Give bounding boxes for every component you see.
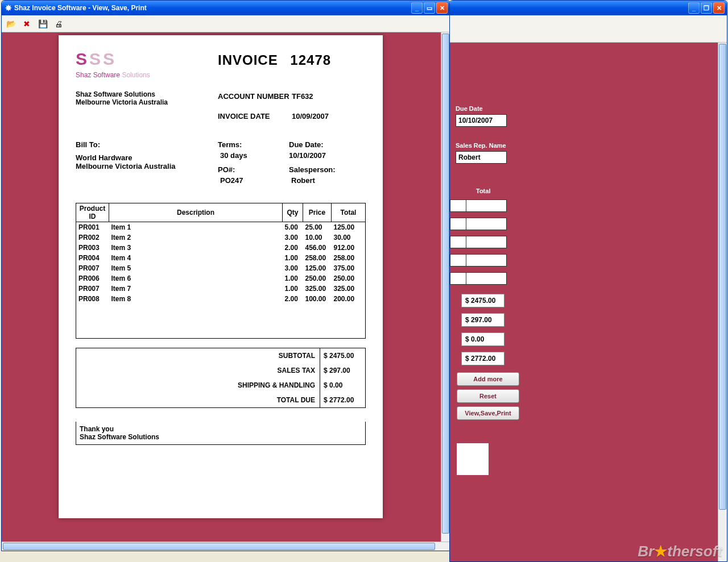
due-date-label: Due Date [456, 105, 507, 112]
cell-desc: Item 4 [109, 253, 283, 263]
cell-price: 250.00 [303, 273, 332, 284]
totals-block: SUBTOTAL$ 2475.00 SALES TAX$ 297.00 SHIP… [76, 348, 366, 408]
display-totaldue[interactable]: $ 2772.00 [461, 352, 504, 365]
titlebar-left[interactable]: ✸ Shaz Invoice Software - View, Save, Pr… [2, 1, 450, 15]
cell-price: 25.00 [303, 222, 332, 233]
table-row: PR004Item 41.00258.00258.00 [76, 253, 366, 263]
close-button[interactable]: ✕ [713, 2, 725, 14]
total-column-label: Total [476, 188, 490, 194]
thanks-block: Thank you Shaz Software Solutions [76, 422, 366, 445]
save-icon[interactable]: 💾 [37, 18, 48, 30]
preview-hscroll[interactable] [2, 542, 450, 551]
thanks-line1: Thank you [80, 425, 362, 433]
open-icon[interactable]: 📂 [5, 18, 16, 30]
cell-qty: 2.00 [283, 243, 303, 253]
line-items-table: Product ID Description Qty Price Total P… [76, 203, 366, 339]
table-row: PR003Item 32.00456.00912.00 [76, 243, 366, 253]
titlebar-right[interactable]: _ ❐ ✕ [450, 1, 727, 15]
cell-total: 912.00 [332, 243, 366, 253]
table-row: PR007Item 71.00325.00325.00 [76, 284, 366, 294]
minimize-button[interactable]: _ [688, 2, 700, 14]
cell-pid: PR002 [76, 232, 109, 243]
invoice-heading-label: INVOICE [218, 52, 278, 68]
billto-block: Bill To: World Hardware Melbourne Victor… [76, 140, 176, 170]
table-row: PR008Item 82.00100.00200.00 [76, 294, 366, 304]
row-left-2[interactable] [450, 218, 466, 230]
row-total-3[interactable] [466, 236, 507, 248]
account-value: TF632 [292, 92, 313, 101]
cell-desc: Item 5 [109, 263, 283, 273]
table-row: PR007Item 53.00125.00375.00 [76, 263, 366, 273]
preview-vscroll[interactable] [441, 32, 450, 542]
due-date-field[interactable]: 10/10/2007 [456, 114, 507, 127]
summary-boxes: $ 2475.00 $ 297.00 $ 0.00 $ 2772.00 [461, 294, 504, 365]
cell-price: 100.00 [303, 294, 332, 304]
watermark-pre: Br [638, 543, 654, 560]
display-tax[interactable]: $ 297.00 [461, 313, 504, 327]
cell-qty: 5.00 [283, 222, 303, 233]
row-left-5[interactable] [450, 272, 466, 285]
view-save-print-button[interactable]: View,Save,Print [457, 406, 519, 420]
rep-field[interactable]: Robert [456, 151, 507, 164]
print-icon[interactable]: 🖨 [53, 18, 64, 30]
sales-label: Salesperson: [289, 165, 336, 174]
table-row: PR001Item 15.0025.00125.00 [76, 222, 366, 233]
cell-qty: 1.00 [283, 284, 303, 294]
row-left-3[interactable] [450, 236, 466, 248]
po-label: PO#: [218, 165, 289, 174]
toolbar: 📂 ✖ 💾 🖨 [2, 15, 450, 32]
invoice-page: S S S Shaz Software Solutions INVOICE 12… [59, 35, 383, 518]
ship-label: SHIPPING & HANDLING [76, 378, 320, 393]
close-button[interactable]: ✕ [436, 2, 448, 14]
cell-qty: 3.00 [283, 263, 303, 273]
add-more-label: Add more [473, 376, 502, 382]
minimize-button[interactable]: _ [411, 2, 423, 14]
display-ship[interactable]: $ 0.00 [461, 332, 504, 346]
cell-price: 258.00 [303, 253, 332, 263]
cell-price: 325.00 [303, 284, 332, 294]
row-total-2[interactable] [466, 218, 507, 230]
account-label: ACCOUNT NUMBER [218, 92, 292, 101]
cell-price: 10.00 [303, 232, 332, 243]
cell-total: 250.00 [332, 273, 366, 284]
form-vscroll[interactable] [718, 43, 727, 561]
cell-total: 30.00 [332, 232, 366, 243]
row-left-4[interactable] [450, 254, 466, 267]
maximize-button[interactable]: ▭ [424, 2, 435, 14]
cell-desc: Item 6 [109, 273, 283, 284]
cell-price: 125.00 [303, 263, 332, 273]
cell-desc: Item 2 [109, 232, 283, 243]
watermark: Br★thersoft [638, 543, 722, 560]
table-row: PR006Item 61.00250.00250.00 [76, 273, 366, 284]
cell-desc: Item 1 [109, 222, 283, 233]
form-content: Due Date 10/10/2007 Sales Rep. Name Robe… [450, 43, 727, 561]
toolbar-right [450, 15, 727, 43]
cell-total: 200.00 [332, 294, 366, 304]
logo-brand-sol: Solutions [120, 71, 150, 79]
cell-pid: PR008 [76, 294, 109, 304]
app-icon: ✸ [5, 3, 12, 13]
cell-total: 125.00 [332, 222, 366, 233]
rep-label: Sales Rep. Name [456, 142, 507, 149]
sales-value: Robert [289, 176, 315, 185]
row-total-5[interactable] [466, 272, 507, 285]
invoice-date-value: 10/09/2007 [292, 112, 329, 120]
row-left-1[interactable] [450, 199, 466, 212]
rep-section: Sales Rep. Name Robert [456, 142, 507, 164]
delete-icon[interactable]: ✖ [21, 18, 32, 30]
add-more-button[interactable]: Add more [457, 372, 519, 386]
invoice-number: 12478 [290, 52, 331, 68]
subtotal-value: $ 2475.00 [320, 348, 365, 363]
button-group: Add more Reset View,Save,Print [457, 372, 519, 423]
total-rows [450, 199, 507, 290]
due-date-section: Due Date 10/10/2007 [456, 105, 507, 127]
cell-qty: 1.00 [283, 253, 303, 263]
col-product-id: Product ID [76, 203, 109, 222]
subtotal-label: SUBTOTAL [76, 348, 320, 363]
reset-button[interactable]: Reset [457, 389, 519, 403]
row-total-4[interactable] [466, 254, 507, 267]
restore-button[interactable]: ❐ [701, 2, 712, 14]
row-total-1[interactable] [466, 199, 507, 212]
display-subtotal[interactable]: $ 2475.00 [461, 294, 504, 307]
cell-price: 456.00 [303, 243, 332, 253]
